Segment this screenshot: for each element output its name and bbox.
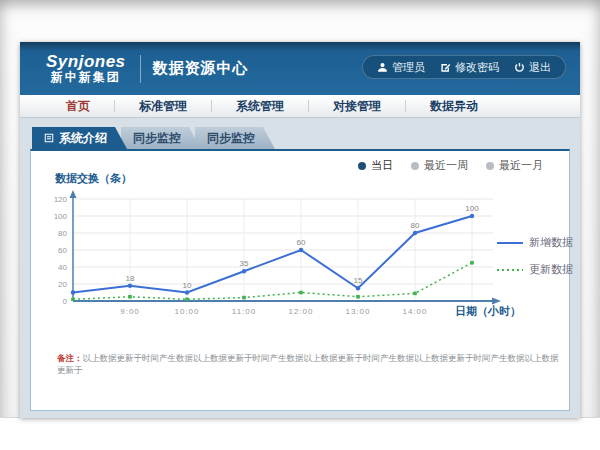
user-icon (377, 62, 388, 73)
nav-item-interface-mgmt[interactable]: 对接管理 (309, 98, 405, 115)
svg-text:35: 35 (240, 259, 249, 268)
svg-text:20: 20 (58, 280, 67, 289)
legend-line-sample (497, 239, 523, 247)
svg-text:120: 120 (54, 195, 68, 204)
svg-text:80: 80 (58, 229, 67, 238)
user-button[interactable]: 管理员 (377, 60, 425, 75)
change-password-label: 修改密码 (455, 60, 499, 75)
svg-text:100: 100 (465, 204, 479, 213)
legend-label: 新增数据 (529, 235, 573, 250)
line-chart: 0204060801001209:0010:0011:0012:0013:001… (41, 187, 511, 327)
tab-label: 同步监控 (133, 130, 181, 147)
brand-logo-en: Synjones (46, 53, 126, 71)
nav-item-data-change[interactable]: 数据异动 (406, 98, 502, 115)
tab-sync-monitor-2[interactable]: 同步监控 (195, 127, 275, 149)
radio-label: 最近一月 (499, 158, 543, 173)
y-axis-title: 数据交换（条） (55, 171, 132, 186)
nav-item-home[interactable]: 首页 (42, 98, 114, 115)
time-range-filter: 当日 最近一周 最近一月 (358, 158, 543, 173)
nav-item-system-mgmt[interactable]: 系统管理 (212, 98, 308, 115)
radio-dot (411, 162, 419, 170)
brand-logo-cn: 新中新集团 (46, 71, 126, 84)
chart-svg: 0204060801001209:0010:0011:0012:0013:001… (41, 187, 511, 327)
x-axis-title: 日期（小时） (455, 304, 521, 319)
chart-panel: 当日 最近一周 最近一月 数据交换（条） 0204060801001209:00… (30, 149, 570, 411)
radio-today[interactable]: 当日 (358, 158, 393, 173)
footnote-prefix: 备注： (57, 353, 83, 363)
radio-label: 最近一周 (424, 158, 468, 173)
tab-label: 系统介绍 (59, 130, 107, 147)
user-label: 管理员 (392, 60, 425, 75)
svg-text:11:00: 11:00 (232, 307, 256, 316)
svg-text:60: 60 (297, 238, 306, 247)
svg-text:40: 40 (58, 263, 67, 272)
power-icon (514, 62, 525, 73)
tab-system-intro[interactable]: 系统介绍 (32, 127, 127, 149)
document-icon (44, 133, 54, 143)
legend-label: 更新数据 (529, 262, 573, 277)
legend-line-sample (497, 266, 523, 274)
footnote-text: 以上数据更新于时间产生数据以上数据更新于时间产生数据以上数据更新于时间产生数据以… (57, 353, 559, 375)
legend-item: 更新数据 (497, 262, 573, 277)
app-header: Synjones 新中新集团 数据资源中心 管理员 修改密码 退出 (20, 42, 580, 95)
svg-text:10: 10 (183, 281, 192, 290)
header-divider (140, 55, 141, 83)
radio-dot (486, 162, 494, 170)
logout-button[interactable]: 退出 (514, 60, 551, 75)
legend-item: 新增数据 (497, 235, 573, 250)
radio-label: 当日 (371, 158, 393, 173)
edit-icon (440, 62, 451, 73)
radio-dot (358, 162, 366, 170)
tab-sync-monitor-1[interactable]: 同步监控 (121, 127, 201, 149)
main-nav: 首页 标准管理 系统管理 对接管理 数据异动 (20, 95, 580, 118)
svg-text:13:00: 13:00 (345, 307, 370, 316)
radio-last-week[interactable]: 最近一周 (411, 158, 468, 173)
content-area: 系统介绍 同步监控 同步监控 当日 最近一周 (20, 118, 580, 418)
svg-text:80: 80 (411, 221, 420, 230)
svg-text:9:00: 9:00 (120, 307, 140, 316)
tab-bar: 系统介绍 同步监控 同步监控 (32, 127, 275, 149)
app-title: 数据资源中心 (153, 59, 249, 78)
svg-text:18: 18 (126, 274, 135, 283)
logout-label: 退出 (529, 60, 551, 75)
nav-item-standard-mgmt[interactable]: 标准管理 (115, 98, 211, 115)
radio-last-month[interactable]: 最近一月 (486, 158, 543, 173)
svg-text:60: 60 (58, 246, 67, 255)
tab-label: 同步监控 (207, 130, 255, 147)
brand-logo: Synjones 新中新集团 (46, 53, 126, 83)
svg-text:12:00: 12:00 (288, 307, 313, 316)
svg-text:15: 15 (354, 276, 363, 285)
svg-text:0: 0 (63, 297, 68, 306)
screen: Synjones 新中新集团 数据资源中心 管理员 修改密码 退出 (0, 0, 600, 450)
user-toolbar: 管理员 修改密码 退出 (362, 55, 566, 79)
footnote: 备注：以上数据更新于时间产生数据以上数据更新于时间产生数据以上数据更新于时间产生… (57, 353, 562, 377)
svg-text:14:00: 14:00 (402, 307, 427, 316)
change-password-button[interactable]: 修改密码 (440, 60, 499, 75)
app-window: Synjones 新中新集团 数据资源中心 管理员 修改密码 退出 (20, 42, 580, 418)
svg-text:100: 100 (54, 212, 68, 221)
chart-legend: 新增数据更新数据 (497, 235, 573, 277)
svg-text:10:00: 10:00 (174, 307, 199, 316)
